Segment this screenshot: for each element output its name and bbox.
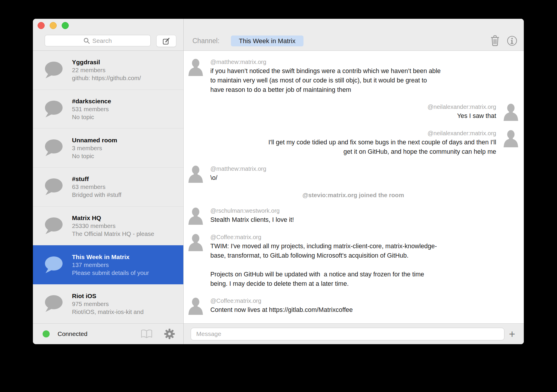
message-sender[interactable]: @neilalexander:matrix.org [187, 130, 496, 137]
close-button[interactable] [38, 22, 45, 29]
room-info: #darkscience 531 members No topic [72, 97, 111, 121]
room-name: This Week in Matrix [72, 253, 149, 261]
message-sender[interactable]: @neilalexander:matrix.org [187, 103, 496, 110]
message-body: @Coffee:matrix.org Content now lives at … [210, 297, 519, 315]
room-topic: No topic [72, 152, 117, 160]
speech-bubble-icon [44, 100, 63, 118]
message-sender[interactable]: @matthew:matrix.org [210, 58, 519, 65]
search-placeholder: Search [92, 37, 112, 44]
room-list-item-stuff[interactable]: #stuff 63 members Bridged with #stuff [33, 168, 183, 207]
bookmarks-book-icon[interactable] [140, 329, 153, 339]
compose-button[interactable] [156, 35, 176, 47]
chat-message: @rschulman:westwork.org Stealth Matrix c… [187, 207, 519, 225]
zoom-button[interactable] [62, 22, 69, 29]
message-sender[interactable]: @Coffee:matrix.org [210, 234, 519, 241]
user-avatar-icon[interactable] [187, 165, 204, 183]
composer-bar: + [184, 323, 524, 344]
room-list-item-this-week-in-matrix[interactable]: This Week in Matrix 137 members Please s… [33, 245, 183, 284]
system-message: @stevio:matrix.org joined the room [187, 192, 519, 199]
chat-message: @matthew:matrix.org if you haven’t notic… [187, 58, 519, 94]
speech-bubble-icon [44, 295, 63, 313]
message-text: base, transformat, to GitLab following M… [210, 251, 519, 260]
message-text: \o/ [210, 173, 519, 183]
message-input[interactable] [191, 328, 504, 340]
message-text: if you haven’t noticed the swift binding… [210, 66, 519, 76]
message-text: Stealth Matrix clients, I love it! [210, 215, 519, 224]
room-members: 22 members [72, 66, 141, 74]
message-text: Projects on GitHub will be updated with … [210, 270, 519, 279]
search-row: Search [45, 35, 176, 47]
compose-icon [162, 37, 170, 45]
message-body: @matthew:matrix.org \o/ [210, 165, 519, 183]
trash-icon[interactable] [490, 35, 500, 46]
room-name: Yggdrasil [72, 58, 141, 66]
message-body: @matthew:matrix.org if you haven’t notic… [210, 58, 519, 94]
message-text: get it on GitHub, and hope the community… [187, 147, 496, 156]
message-text: TWIM: I've moved all my projects, includ… [210, 241, 519, 251]
room-members: 137 members [72, 261, 149, 269]
message-text [210, 260, 519, 270]
message-text: Yes I saw that [187, 111, 496, 121]
room-info: Yggdrasil 22 members github: https://git… [72, 58, 141, 82]
chat-message: @matthew:matrix.org \o/ [187, 165, 519, 183]
room-topic: The Official Matrix HQ - please [72, 230, 154, 238]
room-name: Matrix HQ [72, 214, 154, 222]
message-text: being. I may decide to delete them at a … [210, 279, 519, 288]
add-attachment-button[interactable]: + [504, 328, 520, 340]
message-body: @neilalexander:matrix.org Yes I saw that [187, 103, 496, 121]
channel-name-token[interactable]: This Week in Matrix [231, 36, 303, 46]
room-name: Riot iOS [72, 292, 144, 300]
room-list-item-darkscience[interactable]: #darkscience 531 members No topic [33, 90, 183, 129]
message-body: @Coffee:matrix.org TWIM: I've moved all … [210, 234, 519, 288]
room-list: Yggdrasil 22 members github: https://git… [33, 51, 183, 323]
room-members: 975 members [72, 300, 144, 308]
room-info: #stuff 63 members Bridged with #stuff [72, 175, 121, 199]
message-body: @neilalexander:matrix.org I'll get my co… [187, 130, 496, 156]
message-text: I'll get my code tidied up and fix some … [187, 138, 496, 147]
room-topic: Bridged with #stuff [72, 191, 121, 199]
room-list-item-matrix-hq[interactable]: Matrix HQ 25330 members The Official Mat… [33, 207, 183, 246]
room-topic: Please submit details of your [72, 269, 149, 277]
room-members: 25330 members [72, 222, 154, 230]
room-name: Unnamed room [72, 136, 117, 144]
settings-gear-icon[interactable] [164, 328, 175, 339]
sidebar: Search Yggdrasil 22 members github: ht [33, 19, 184, 344]
message-sender[interactable]: @rschulman:westwork.org [210, 207, 519, 214]
room-info: This Week in Matrix 137 members Please s… [72, 253, 149, 277]
message-sender[interactable]: @matthew:matrix.org [210, 165, 519, 172]
user-avatar-icon[interactable] [187, 297, 204, 315]
room-topic: Riot/iOS, matrix-ios-kit and [72, 308, 144, 316]
room-list-item-yggdrasil[interactable]: Yggdrasil 22 members github: https://git… [33, 51, 183, 90]
message-sender[interactable]: @Coffee:matrix.org [210, 297, 519, 304]
room-name: #darkscience [72, 97, 111, 105]
room-info: Riot iOS 975 members Riot/iOS, matrix-io… [72, 292, 144, 316]
message-text: have reason to do a better job of mainta… [210, 85, 519, 94]
search-icon [83, 38, 90, 44]
user-avatar-icon[interactable] [187, 234, 204, 251]
room-name: #stuff [72, 175, 121, 183]
user-avatar-icon[interactable] [503, 103, 519, 121]
info-icon[interactable] [507, 36, 517, 46]
user-avatar-icon[interactable] [187, 207, 204, 225]
chat-header: Channel: This Week in Matrix [184, 19, 524, 51]
message-list: @matthew:matrix.org if you haven’t notic… [184, 51, 524, 323]
user-avatar-icon[interactable] [187, 58, 204, 76]
header-icons [490, 35, 517, 46]
sidebar-header: Search [33, 19, 183, 51]
room-members: 531 members [72, 105, 111, 113]
speech-bubble-icon [44, 217, 63, 235]
channel-label: Channel: [192, 37, 219, 45]
chat-message: @Coffee:matrix.org Content now lives at … [187, 297, 519, 315]
room-list-item-riot-ios[interactable]: Riot iOS 975 members Riot/iOS, matrix-io… [33, 284, 183, 323]
speech-bubble-icon [44, 256, 63, 274]
search-input[interactable]: Search [45, 35, 151, 46]
room-list-item-unnamed-room[interactable]: Unnamed room 3 members No topic [33, 129, 183, 168]
user-avatar-icon[interactable] [503, 130, 519, 147]
connected-status-dot [43, 330, 50, 337]
message-body: @rschulman:westwork.org Stealth Matrix c… [210, 207, 519, 224]
room-info: Unnamed room 3 members No topic [72, 136, 117, 160]
connection-status: Connected [58, 330, 88, 337]
chat-message: @Coffee:matrix.org TWIM: I've moved all … [187, 234, 519, 288]
chat-message: @neilalexander:matrix.org I'll get my co… [187, 130, 519, 156]
minimize-button[interactable] [50, 22, 57, 29]
